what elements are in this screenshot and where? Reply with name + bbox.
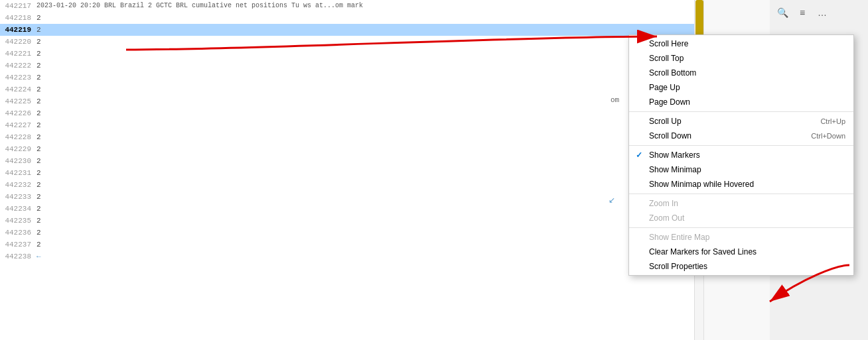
line-content: 2 (36, 191, 41, 203)
line-number: 442222 (0, 60, 36, 72)
menu-item-page-down[interactable]: Page Down (629, 95, 853, 109)
line-row: 4422342 (0, 203, 703, 215)
om-text: om (611, 96, 619, 104)
line-row: 4422212 (0, 48, 703, 60)
menu-item-scroll-down[interactable]: Scroll DownCtrl+Down (629, 129, 853, 143)
line-content: 2 (36, 131, 41, 143)
line-row: 4422292 (0, 143, 703, 155)
line-number: 442233 (0, 191, 36, 203)
line-row: 442238← (0, 251, 703, 262)
menu-item-label: Page Up (649, 83, 845, 92)
menu-item-label: Show Minimap (649, 165, 845, 174)
line-content: 2 (36, 179, 41, 191)
line-row: 4422312 (0, 167, 703, 179)
line-content: 2 (36, 48, 41, 60)
line-row: 4422252 (0, 95, 703, 107)
menu-item-scroll-here[interactable]: Scroll Here (629, 36, 853, 51)
line-row: 4422302 (0, 155, 703, 167)
line-content: 2 (36, 167, 41, 179)
menu-item-zoom-in: Zoom In (629, 196, 853, 211)
menu-item-label: Scroll Down (649, 131, 791, 141)
more-icon[interactable]: … (815, 5, 830, 20)
hamburger-icon[interactable]: ≡ (795, 5, 810, 20)
menu-item-label: Show Entire Map (649, 233, 845, 242)
menu-item-scroll-properties[interactable]: Scroll Properties (629, 259, 853, 274)
line-content: 2 (36, 119, 41, 131)
line-content: 2 (36, 60, 41, 72)
line-number: 442218 (0, 12, 36, 24)
line-number: 442236 (0, 227, 36, 239)
menu-item-label: Scroll Here (649, 39, 845, 48)
menu-item-show-minimap[interactable]: Show Minimap (629, 162, 853, 177)
line-content: 2 (36, 239, 41, 251)
line-number: 442224 (0, 84, 36, 95)
menu-item-clear-markers[interactable]: Clear Markers for Saved Lines (629, 245, 853, 259)
line-number: 442238 (0, 251, 36, 262)
scroll-indicator: ↙ (609, 196, 615, 205)
menu-item-scroll-up[interactable]: Scroll UpCtrl+Up (629, 114, 853, 129)
line-number: 442217 (0, 0, 36, 12)
line-number: 442219 (0, 24, 36, 36)
line-number: 442225 (0, 95, 36, 107)
menu-item-show-minimap-hovered[interactable]: Show Minimap while Hovered (629, 177, 853, 192)
line-content: 2 (36, 143, 41, 155)
line-content: 2 (36, 215, 41, 227)
line-row: 4422232 (0, 72, 703, 84)
line-number: 442235 (0, 215, 36, 227)
line-content: 2 (36, 155, 41, 167)
menu-item-label: Show Minimap while Hovered (649, 180, 845, 189)
line-row: 4422332 (0, 191, 703, 203)
line-row: 4422222 (0, 60, 703, 72)
menu-item-label: Show Markers (649, 150, 845, 160)
line-number: 442220 (0, 36, 36, 48)
line-number: 442223 (0, 72, 36, 84)
line-row: 4422282 (0, 131, 703, 143)
menu-item-label: Clear Markers for Saved Lines (649, 247, 845, 256)
line-row: 4422362 (0, 227, 703, 239)
search-icon[interactable]: 🔍 (775, 5, 790, 20)
line-content: 2023-01-20 20:20 BRL Brazil 2 GCTC BRL c… (36, 0, 363, 12)
line-row: 4422262 (0, 107, 703, 119)
line-row: 4422192 (0, 24, 703, 36)
menu-item-shortcut: Ctrl+Up (820, 117, 845, 125)
line-content: 2 (36, 203, 41, 215)
menu-item-show-entire-map: Show Entire Map (629, 230, 853, 245)
menu-item-zoom-out: Zoom Out (629, 211, 853, 225)
line-number: 442237 (0, 239, 36, 251)
line-content: 2 (36, 24, 41, 36)
line-content: 2 (36, 36, 41, 48)
menu-item-scroll-top[interactable]: Scroll Top (629, 51, 853, 66)
menu-item-page-up[interactable]: Page Up (629, 80, 853, 95)
line-number: 442229 (0, 143, 36, 155)
line-content: 2 (36, 72, 41, 84)
editor-area: 4422172023-01-20 20:20 BRL Brazil 2 GCTC… (0, 0, 703, 340)
line-number: 442228 (0, 131, 36, 143)
line-number: 442231 (0, 167, 36, 179)
line-row: 4422242 (0, 84, 703, 95)
scrollbar-thumb[interactable] (695, 0, 703, 40)
line-row: 4422322 (0, 179, 703, 191)
line-number: 442221 (0, 48, 36, 60)
menu-item-scroll-bottom[interactable]: Scroll Bottom (629, 66, 853, 80)
line-content: 2 (36, 227, 41, 239)
line-content: 2 (36, 12, 41, 24)
menu-item-label: Scroll Top (649, 54, 845, 63)
line-row: 4422352 (0, 215, 703, 227)
menu-separator (629, 194, 853, 194)
line-row: 4422182 (0, 12, 703, 24)
menu-item-shortcut: Ctrl+Down (811, 132, 845, 140)
line-number: 442230 (0, 155, 36, 167)
menu-item-label: Zoom Out (649, 213, 845, 223)
line-row: 4422272 (0, 119, 703, 131)
menu-item-label: Scroll Up (649, 117, 800, 126)
icons-row: 🔍 ≡ … (770, 5, 830, 20)
line-content: 2 (36, 84, 41, 95)
menu-item-show-markers[interactable]: Show Markers (629, 148, 853, 162)
line-content: ← (36, 251, 41, 262)
menu-item-label: Scroll Bottom (649, 68, 845, 78)
line-content: 2 (36, 107, 41, 119)
menu-separator (629, 145, 853, 146)
line-number: 442227 (0, 119, 36, 131)
menu-separator (629, 111, 853, 112)
menu-separator (629, 227, 853, 228)
